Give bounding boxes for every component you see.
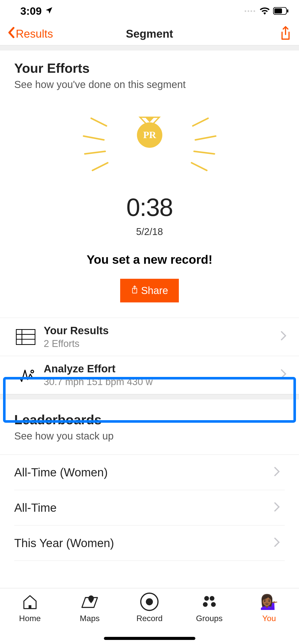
svg-line-8: [195, 136, 216, 140]
home-icon: [22, 592, 38, 611]
leaderboards-sub: See how you stack up: [14, 430, 285, 442]
tab-groups[interactable]: Groups: [179, 592, 239, 644]
pr-area: PR PR 0:38 5/2/18 You set a new record! …: [0, 95, 299, 310]
cell-signal-icon: ••••: [244, 8, 256, 14]
section-divider: [0, 45, 299, 50]
analyze-title: Analyze Effort: [44, 363, 281, 375]
svg-point-18: [31, 370, 34, 373]
svg-line-5: [85, 151, 105, 154]
svg-rect-1: [274, 8, 282, 13]
svg-rect-19: [28, 605, 31, 608]
share-pr-button[interactable]: Share: [120, 279, 179, 302]
your-results-row[interactable]: Your Results 2 Efforts: [0, 318, 299, 356]
tab-bar: Home Maps Record Groups 💁🏾‍♀️ You: [0, 588, 299, 644]
groups-icon: [201, 592, 217, 611]
home-indicator: [104, 637, 195, 640]
efforts-sub: See how you've done on this segment: [14, 79, 285, 90]
svg-text:PR: PR: [143, 129, 156, 140]
pr-badge-graphic: PR: [76, 111, 223, 184]
status-time: 3:09: [20, 5, 42, 17]
tab-record[interactable]: Record: [120, 592, 179, 644]
pr-time: 0:38: [0, 193, 299, 222]
chevron-right-icon: [281, 369, 294, 381]
tab-home[interactable]: Home: [0, 592, 60, 644]
svg-line-7: [193, 118, 208, 126]
analyze-effort-row[interactable]: Analyze Effort 30.7 mph 151 bpm 430 w: [0, 356, 299, 394]
tab-maps[interactable]: Maps: [60, 592, 119, 644]
battery-icon: [273, 5, 289, 17]
svg-point-21: [146, 598, 153, 605]
svg-point-24: [203, 602, 208, 607]
svg-line-10: [192, 163, 207, 170]
analyze-icon: [14, 368, 37, 382]
svg-point-23: [210, 596, 214, 601]
svg-rect-2: [287, 9, 288, 12]
leaderboards-heading: Leaderboards: [14, 412, 285, 427]
chevron-right-icon: [281, 331, 294, 343]
page-title: Segment: [126, 27, 173, 40]
tab-label: Maps: [80, 614, 100, 623]
tab-label: You: [262, 614, 276, 623]
share-label: Share: [141, 285, 168, 296]
status-bar: 3:09 ••••: [0, 0, 299, 22]
leaderboard-row[interactable]: This Year (Women): [14, 525, 285, 561]
avatar-icon: 💁🏾‍♀️: [260, 592, 278, 611]
tab-label: Record: [136, 614, 163, 623]
table-icon: [14, 329, 37, 345]
leaderboard-row[interactable]: All-Time: [14, 490, 285, 525]
efforts-heading: Your Efforts: [14, 61, 285, 76]
tab-label: Groups: [196, 614, 223, 623]
chevron-right-icon: [274, 536, 280, 550]
share-button[interactable]: [280, 26, 291, 42]
leaderboard-row[interactable]: All-Time (Women): [14, 455, 285, 490]
leaderboard-label: All-Time: [14, 501, 57, 515]
record-icon: [140, 592, 159, 611]
wifi-icon: [259, 5, 270, 17]
your-results-sub: 2 Efforts: [44, 338, 281, 349]
pr-date: 5/2/18: [0, 226, 299, 237]
share-icon: [131, 285, 138, 296]
section-divider: [0, 394, 299, 399]
tab-label: Home: [19, 614, 41, 623]
back-button[interactable]: Results: [8, 27, 53, 41]
your-results-title: Your Results: [44, 325, 281, 337]
record-message: You set a new record!: [0, 253, 299, 267]
analyze-sub: 30.7 mph 151 bpm 430 w: [44, 376, 281, 387]
tab-you[interactable]: 💁🏾‍♀️ You: [239, 592, 299, 644]
svg-line-9: [194, 151, 214, 154]
back-label: Results: [16, 27, 53, 40]
leaderboard-label: This Year (Women): [14, 536, 114, 550]
location-icon: [45, 5, 53, 17]
leaderboard-label: All-Time (Women): [14, 465, 108, 479]
svg-line-3: [91, 118, 106, 126]
maps-icon: [81, 592, 99, 611]
svg-point-22: [204, 596, 209, 601]
svg-point-25: [211, 602, 216, 607]
navbar: Results Segment: [0, 22, 299, 45]
svg-line-6: [92, 163, 108, 170]
chevron-right-icon: [274, 501, 280, 515]
chevron-left-icon: [8, 27, 15, 41]
svg-line-4: [84, 136, 104, 140]
chevron-right-icon: [274, 465, 280, 479]
svg-rect-14: [16, 329, 35, 344]
